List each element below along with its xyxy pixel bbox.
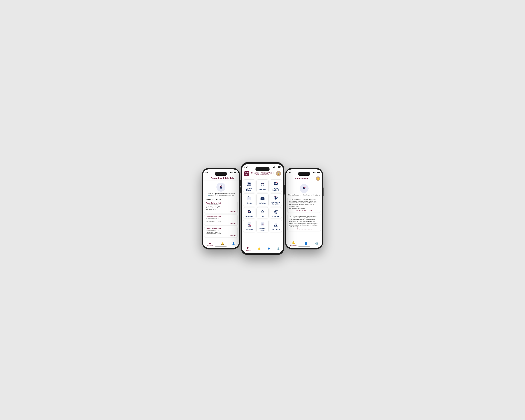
svg-point-19 — [276, 182, 278, 183]
wifi-left: ◦◦◦ — [231, 172, 233, 173]
signal-right — [312, 172, 314, 173]
menu-item-events[interactable]: Events — [243, 193, 255, 206]
svg-rect-32 — [275, 196, 276, 197]
nav-dashboard-center[interactable]: ⊞ Dashboard — [245, 247, 251, 251]
appt-status-0: Confirmed — [206, 210, 236, 212]
appt-date-1: Jan 18, 2022 - 09:00 AM — [206, 219, 236, 221]
lab-reports-label: Lab Reports — [272, 229, 280, 230]
menu-item-vitals[interactable]: Vitals — [256, 207, 269, 219]
status-icons-center: ◦◦◦ — [273, 166, 281, 168]
notif-subtitle: Stay up to date with the latest notifica… — [288, 194, 320, 196]
care-team-label: Care Team — [259, 188, 266, 190]
my-notices-icon — [260, 196, 265, 201]
wifi-center: ◦◦◦ — [275, 166, 277, 168]
notif-date-1: February 26, 2022 - 4:22 PM — [289, 228, 319, 230]
status-icons-left: ◦◦◦ — [229, 172, 236, 173]
settings-icon-center: ⚙️ — [277, 247, 280, 250]
notifications-icon-right: 🔔 — [292, 241, 295, 244]
appt-header: ← Appointment Scheduler — [203, 176, 239, 181]
menu-item-my-notices[interactable]: My Notices — [256, 193, 269, 206]
appt-hero: Schedule appointments to see your loved … — [203, 181, 239, 197]
time-center: 9:41 — [244, 166, 248, 168]
appt-date-0: Jan 12, 2022 - 11:00 AM — [206, 206, 236, 207]
conditions-icon — [273, 209, 278, 215]
time-left: 9:41 — [206, 171, 209, 174]
notif-date-0: February 26, 2022 - 4:22 PM — [289, 210, 319, 211]
svg-point-5 — [221, 187, 222, 188]
left-phone: 9:41 ◦◦◦ ← Appointment Scheduler — [202, 168, 240, 249]
svg-point-55 — [276, 225, 277, 226]
notif-bell-icon — [300, 184, 309, 193]
battery-center — [278, 166, 281, 168]
appt-status-2: Pending — [206, 235, 236, 236]
appt-title: Appointment Scheduler — [208, 177, 237, 179]
svg-rect-24 — [248, 199, 248, 199]
menu-item-appointment-scheduler[interactable]: Appointment Scheduler — [270, 193, 282, 206]
svg-rect-47 — [261, 222, 264, 226]
care-plans-label: Care Plans — [246, 229, 253, 230]
my-notices-label: My Notices — [259, 202, 266, 204]
view-details[interactable]: View Neta's details> — [249, 174, 276, 175]
menu-item-lab-reports[interactable]: Lab Reports — [270, 220, 282, 232]
menu-item-care-team[interactable]: Care Team — [256, 179, 269, 192]
profile-icon-center: 👤 — [267, 247, 270, 250]
nav-settings-right[interactable]: ⚙️ — [315, 242, 318, 245]
time-right: 9:41 — [289, 171, 292, 174]
svg-point-53 — [275, 225, 275, 226]
appt-date-2: Feb 18, 2022 - 02:00 PM — [206, 231, 236, 233]
nav-notif-center[interactable]: 🔔 — [258, 247, 261, 250]
facility-directory-label: Facility Directory — [244, 188, 254, 191]
menu-item-conditions[interactable]: Conditions — [270, 207, 282, 219]
svg-rect-23 — [250, 196, 250, 197]
appointment-card-2: Roose Boltons' visit APPOINTMENT DETAILS… — [204, 227, 238, 238]
notif-icon-center: 🔔 — [258, 247, 261, 250]
appt-detail-label-2: APPOINTMENT DETAILS — [206, 230, 236, 231]
menu-item-care-plans[interactable]: Care Plans — [243, 220, 255, 232]
appointment-scheduler-label: Appointment Scheduler — [271, 201, 281, 205]
notifications-icon-left: 🔔 — [221, 242, 224, 245]
battery-left — [234, 172, 236, 173]
nav-settings-center[interactable]: ⚙️ — [277, 247, 280, 250]
notifications-label-right: Notifications — [290, 245, 297, 246]
svg-point-16 — [274, 183, 275, 184]
nav-profile-left[interactable]: 👤 — [232, 242, 235, 245]
appt-status-1: Confirmed — [206, 223, 236, 224]
care-plans-icon — [247, 222, 252, 228]
family-feedback-label: Family Feedback — [271, 188, 281, 191]
notif-hero: Stay up to date with the latest notifica… — [286, 182, 322, 197]
logo: How's Mom — [244, 171, 249, 176]
menu-item-medications[interactable]: Medications — [243, 207, 255, 219]
menu-item-progress-notes[interactable]: Progress Notes — [256, 220, 269, 232]
vitals-icon — [260, 209, 265, 215]
status-icons-right: ◦◦◦ — [312, 172, 319, 173]
nav-notifications-right[interactable]: 🔔 Notifications — [290, 241, 297, 246]
settings-icon-right: ⚙️ — [315, 242, 318, 245]
nav-dashboard-left[interactable]: ⊞ Dashboard — [207, 241, 213, 246]
notification-list: Several COVID cases (Delta variant) have… — [286, 197, 322, 232]
patient-avatar[interactable]: 👵 — [276, 171, 281, 176]
menu-item-family-feedback[interactable]: Family Feedback — [270, 179, 282, 192]
svg-rect-9 — [248, 182, 249, 184]
notif-text-0: Several COVID cases (Delta variant) have… — [289, 199, 319, 209]
header-title-area: Sunnyside Nursing Center View Neta's det… — [249, 172, 276, 175]
center-phone: 9:41 ◦◦◦ How's Mom Su — [241, 162, 284, 255]
menu-item-facility-directory[interactable]: Facility Directory — [243, 179, 255, 192]
appointment-scheduler-icon — [273, 195, 278, 201]
back-button[interactable]: ← — [205, 176, 207, 179]
svg-point-54 — [276, 226, 276, 226]
notif-avatar: 👴 — [316, 176, 320, 181]
dynamic-island-left — [215, 172, 227, 176]
battery-right — [317, 172, 319, 173]
wifi-right: ◦◦◦ — [314, 172, 316, 173]
nav-profile-center[interactable]: 👤 — [267, 247, 270, 250]
home-indicator-left — [215, 246, 226, 247]
nav-profile-right[interactable]: 👤 — [304, 242, 308, 245]
svg-rect-43 — [248, 223, 251, 227]
nav-notifications-left[interactable]: 🔔 — [221, 242, 224, 245]
appt-card-title-2: Roose Boltons' visit — [206, 228, 236, 229]
dashboard-icon-left: ⊞ — [209, 241, 211, 244]
events-icon — [247, 196, 252, 201]
logo-area: How's Mom — [244, 171, 249, 176]
care-team-icon — [260, 182, 265, 188]
svg-rect-22 — [248, 196, 249, 197]
